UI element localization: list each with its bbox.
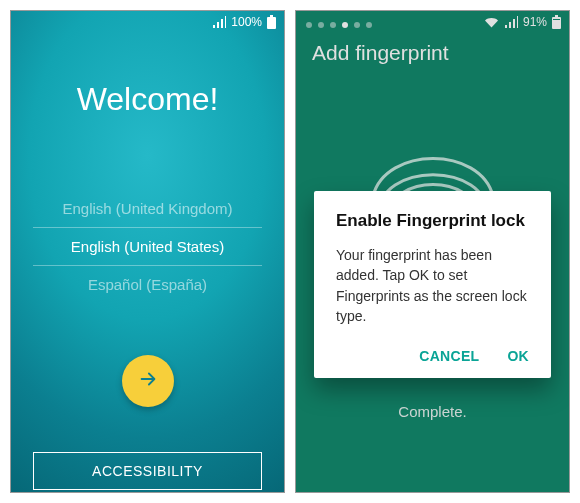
accessibility-button[interactable]: ACCESSIBILITY — [33, 452, 262, 490]
cancel-button[interactable]: CANCEL — [419, 348, 479, 364]
signal-icon — [212, 16, 226, 28]
welcome-screen: 100% Welcome! English (United Kingdom) E… — [10, 10, 285, 493]
svg-rect-1 — [270, 15, 273, 17]
status-bar: 100% — [11, 11, 284, 33]
svg-rect-0 — [267, 17, 276, 29]
language-option-selected[interactable]: English (United States) — [33, 227, 262, 266]
language-picker[interactable]: English (United Kingdom) English (United… — [11, 190, 284, 303]
ok-button[interactable]: OK — [507, 348, 529, 364]
page-title: Welcome! — [11, 81, 284, 118]
dialog-title: Enable Fingerprint lock — [336, 211, 529, 231]
next-button[interactable] — [122, 355, 174, 407]
battery-icon — [267, 15, 276, 29]
arrow-right-icon — [137, 368, 159, 394]
fingerprint-dialog: Enable Fingerprint lock Your fingerprint… — [314, 191, 551, 378]
language-option[interactable]: English (United Kingdom) — [33, 190, 262, 227]
dialog-actions: CANCEL OK — [336, 348, 529, 368]
language-option[interactable]: Español (España) — [33, 266, 262, 303]
fingerprint-screen: 91% Add fingerprint Complete. Enable Fin… — [295, 10, 570, 493]
battery-percent: 100% — [231, 15, 262, 29]
dialog-body: Your fingerprint has been added. Tap OK … — [336, 245, 529, 326]
